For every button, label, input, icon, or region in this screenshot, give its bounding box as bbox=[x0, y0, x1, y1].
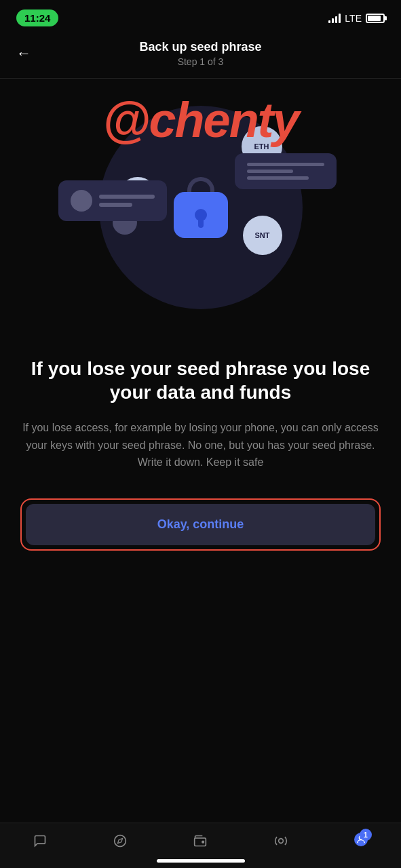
continue-button[interactable]: Okay, continue bbox=[26, 504, 375, 545]
card-line-r2 bbox=[247, 170, 293, 173]
svg-point-0 bbox=[115, 835, 126, 847]
snt-bubble: SNT bbox=[243, 216, 282, 255]
card-line-1 bbox=[99, 195, 155, 199]
lte-label: LTE bbox=[345, 13, 362, 24]
card-lines bbox=[99, 195, 155, 207]
main-description: If you lose access, for example by losin… bbox=[20, 419, 381, 471]
svg-point-4 bbox=[278, 839, 283, 844]
nav-item-compass[interactable] bbox=[113, 834, 127, 848]
signal-icon bbox=[328, 14, 341, 23]
status-time: 11:24 bbox=[16, 9, 58, 26]
card-line-2 bbox=[99, 203, 132, 207]
step-indicator: Step 1 of 3 bbox=[16, 56, 385, 67]
card-avatar bbox=[71, 190, 92, 212]
header-center: Back up seed phrase Step 1 of 3 bbox=[16, 40, 385, 67]
nav-item-wallet[interactable] bbox=[193, 834, 207, 848]
button-section: Okay, continue bbox=[0, 498, 401, 551]
text-section: If you lose your seed phrase you lose yo… bbox=[0, 336, 401, 498]
lock-body bbox=[174, 192, 228, 238]
nav-item-chat[interactable] bbox=[33, 834, 47, 848]
broadcast-icon bbox=[274, 834, 288, 848]
page-title: Back up seed phrase bbox=[16, 40, 385, 54]
watermark-text: @chenty bbox=[0, 92, 401, 148]
header: ← Back up seed phrase Step 1 of 3 bbox=[0, 32, 401, 79]
nav-item-broadcast[interactable] bbox=[274, 834, 288, 848]
float-card-right bbox=[235, 153, 337, 189]
compass-icon bbox=[113, 834, 127, 848]
profile-badge: 1 bbox=[360, 829, 372, 841]
float-card-left bbox=[58, 180, 167, 221]
chat-icon bbox=[33, 834, 47, 848]
svg-marker-1 bbox=[118, 838, 123, 843]
home-indicator bbox=[157, 859, 245, 863]
card-line-r1 bbox=[247, 163, 324, 166]
continue-btn-wrapper: Okay, continue bbox=[20, 498, 381, 551]
lock-shackle bbox=[187, 177, 214, 193]
wallet-icon bbox=[193, 834, 207, 848]
lock-icon bbox=[174, 177, 228, 238]
lock-keyhole bbox=[195, 209, 207, 221]
main-content: @chenty ETH GNO SNT bbox=[0, 79, 401, 564]
main-heading: If you lose your seed phrase you lose yo… bbox=[20, 357, 381, 404]
card-lines-right bbox=[247, 163, 324, 180]
status-right: LTE bbox=[328, 13, 385, 24]
illustration-container: @chenty ETH GNO SNT bbox=[0, 79, 401, 336]
status-bar: 11:24 LTE bbox=[0, 0, 401, 32]
nav-item-profile[interactable]: 1 bbox=[354, 833, 368, 849]
back-button[interactable]: ← bbox=[16, 45, 31, 62]
svg-point-3 bbox=[202, 841, 204, 843]
battery-icon bbox=[366, 14, 385, 23]
card-line-r3 bbox=[247, 176, 309, 180]
